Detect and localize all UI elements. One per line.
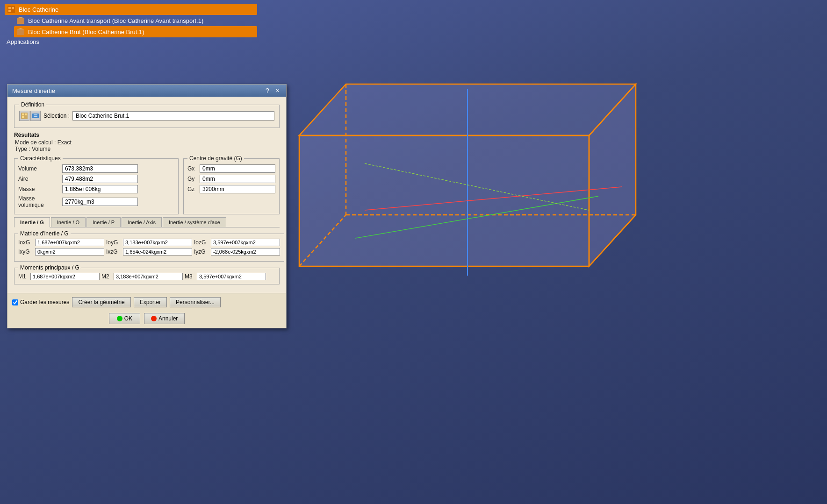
- tree-item-avant-transport[interactable]: Bloc Catherine Avant transport (Bloc Cat…: [14, 15, 257, 26]
- matrice-inertie-legend: Matrice d'inertie / G: [18, 230, 71, 237]
- type-line: Type : Volume: [15, 146, 280, 152]
- masse-vol-label: Masse volumique: [18, 195, 60, 208]
- dialog-title-buttons: ? ×: [264, 87, 281, 94]
- annuler-red-dot: [151, 316, 157, 321]
- m1-label: M1: [18, 273, 29, 280]
- tree-icon-2: [16, 16, 25, 25]
- dialog-titlebar: Mesure d'inertie ? ×: [7, 85, 286, 97]
- ixzg-label: IxzG: [106, 248, 121, 255]
- gz-value[interactable]: [200, 185, 275, 193]
- svg-rect-20: [22, 114, 24, 115]
- gz-row: Gz: [187, 185, 275, 193]
- volume-label: Volume: [18, 165, 60, 172]
- ok-button[interactable]: OK: [109, 313, 140, 324]
- type-value-s: Volume: [32, 146, 50, 152]
- masse-vol-value[interactable]: [62, 198, 138, 206]
- matrice-inertie-group: Matrice d'inertie / G IoxG IoyG IozG Ixy…: [14, 230, 284, 262]
- m3-value[interactable]: [197, 273, 266, 280]
- 3d-box-svg: [271, 42, 654, 322]
- ixyg-value[interactable]: [35, 248, 104, 256]
- m3-label: M3: [185, 273, 195, 280]
- svg-rect-23: [32, 114, 39, 118]
- masse-row: Masse: [18, 185, 174, 193]
- ioyg-value[interactable]: [123, 239, 192, 246]
- tab-inertie-axis[interactable]: Inertie / Axis: [122, 217, 162, 227]
- svg-rect-12: [8, 7, 11, 9]
- tab-inertie-p[interactable]: Inertie / P: [86, 217, 121, 227]
- char-gravity-row: Caractéristiques Volume Aire Masse Masse…: [14, 155, 280, 214]
- gx-value[interactable]: [200, 164, 275, 173]
- aire-row: Aire: [18, 175, 174, 183]
- volume-value[interactable]: [62, 164, 138, 173]
- tree-item-label-1: Bloc Catherine: [19, 6, 58, 13]
- ioxg-value[interactable]: [35, 239, 104, 246]
- volume-row: Volume: [18, 164, 174, 173]
- tree-item-label-3: Bloc Catherine Brut (Bloc Catherine Brut…: [28, 28, 144, 35]
- ok-green-dot: [117, 316, 122, 321]
- sel-icon-2[interactable]: [30, 111, 41, 121]
- tree-item-brut[interactable]: Bloc Catherine Brut (Bloc Catherine Brut…: [14, 26, 257, 37]
- help-button[interactable]: ?: [264, 87, 271, 94]
- m1-value[interactable]: [30, 273, 100, 280]
- svg-rect-21: [25, 114, 27, 115]
- mode-calc-value: Exact: [58, 139, 72, 146]
- aire-label: Aire: [18, 176, 60, 182]
- sel-icon-1[interactable]: [19, 111, 29, 121]
- tree-panel: Bloc Catherine Bloc Catherine Avant tran…: [0, 0, 262, 50]
- gy-value[interactable]: [200, 175, 275, 183]
- svg-marker-16: [17, 17, 24, 18]
- inertie-tabs: Inertie / G Inertie / O Inertie / P Iner…: [14, 217, 280, 227]
- gx-label: Gx: [187, 165, 198, 172]
- results-label: Résultats: [14, 132, 280, 138]
- garder-checkbox[interactable]: [12, 299, 18, 305]
- inertia-row-2: IxyG IxzG IyzG: [18, 248, 280, 256]
- annuler-label: Annuler: [158, 315, 178, 322]
- tree-icon-3: [16, 27, 25, 36]
- iozg-label: IozG: [194, 239, 209, 246]
- tab-inertie-o[interactable]: Inertie / O: [51, 217, 86, 227]
- gy-label: Gy: [187, 176, 198, 182]
- tree-item-applications[interactable]: Applications: [5, 37, 257, 46]
- annuler-button[interactable]: Annuler: [144, 313, 185, 324]
- m2-value[interactable]: [114, 273, 183, 280]
- m2-label: M2: [101, 273, 112, 280]
- tab-inertie-systeme[interactable]: Inertie / système d'axe: [163, 217, 226, 227]
- tree-item-bloc-catherine[interactable]: Bloc Catherine: [5, 4, 257, 15]
- masse-value[interactable]: [62, 185, 138, 193]
- selection-icons: [19, 111, 41, 121]
- exporter-button[interactable]: Exporter: [134, 297, 167, 307]
- centre-gravite-group: Centre de gravité (G) Gx Gy Gz: [183, 155, 280, 214]
- caracteristiques-group: Caractéristiques Volume Aire Masse Masse…: [14, 155, 179, 214]
- garder-checkbox-row: Garder les mesures: [12, 299, 69, 305]
- centre-gravite-legend: Centre de gravité (G): [187, 155, 244, 162]
- type-label-s: Type :: [15, 146, 32, 152]
- selection-input[interactable]: [72, 111, 274, 121]
- bottom-buttons: Garder les mesures Créer la géométrie Ex…: [7, 293, 286, 310]
- ok-label: OK: [124, 315, 132, 322]
- svg-marker-18: [17, 28, 24, 29]
- svg-rect-15: [17, 18, 24, 24]
- svg-rect-14: [12, 7, 14, 9]
- iyzg-value[interactable]: [211, 248, 280, 256]
- svg-rect-22: [22, 116, 24, 118]
- tree-item-label-4: Applications: [7, 38, 39, 45]
- personnaliser-button[interactable]: Personnaliser...: [170, 297, 221, 307]
- dialog-title: Mesure d'inertie: [12, 87, 55, 94]
- definition-group: Définition Sélection :: [14, 101, 280, 128]
- close-button[interactable]: ×: [274, 87, 281, 94]
- iozg-value[interactable]: [211, 239, 280, 246]
- mesure-inertie-dialog: Mesure d'inertie ? × Définition Sélectio…: [7, 84, 287, 328]
- mode-line: Mode de calcul : Exact: [15, 139, 280, 146]
- aire-value[interactable]: [62, 175, 138, 183]
- tab-inertie-g[interactable]: Inertie / G: [14, 217, 50, 227]
- iyzg-label: IyzG: [194, 248, 209, 255]
- tree-icon-1: [7, 5, 16, 14]
- ixzg-value[interactable]: [123, 248, 192, 256]
- gz-label: Gz: [187, 186, 198, 192]
- gx-row: Gx: [187, 164, 275, 173]
- ioyg-label: IoyG: [106, 239, 121, 246]
- moments-row: M1 M2 M3: [18, 273, 275, 280]
- caracteristiques-legend: Caractéristiques: [18, 155, 63, 162]
- creer-geometrie-button[interactable]: Créer la géométrie: [72, 297, 130, 307]
- ioxg-label: IoxG: [18, 239, 33, 246]
